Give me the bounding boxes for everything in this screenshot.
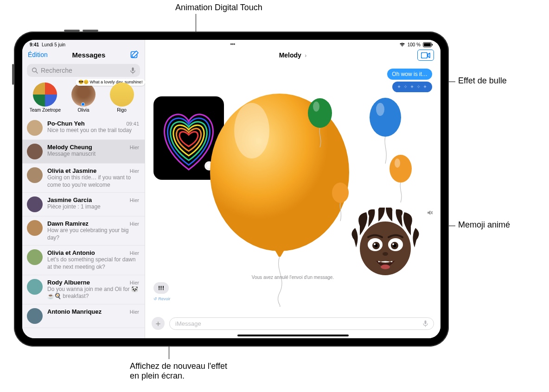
battery-icon <box>423 42 433 47</box>
svg-point-29 <box>383 252 388 256</box>
search-icon <box>32 67 38 74</box>
facetime-button[interactable] <box>417 50 434 61</box>
pinned-label: Team Zoetrope <box>30 107 61 113</box>
avatar <box>27 167 43 183</box>
apps-plus-button[interactable]: ＋ <box>152 317 165 330</box>
contact-name[interactable]: Melody <box>279 51 301 59</box>
svg-point-12 <box>234 103 269 158</box>
status-bar: 9:41 Lundi 5 juin • • • 100 % <box>22 40 440 48</box>
convo-time: Hier <box>130 168 139 174</box>
pinned-conversations: Team Zoetrope 😎😊 What a lovely day, suns… <box>22 81 145 116</box>
convo-preview: Nice to meet you on the trail today <box>47 127 139 134</box>
volume-button <box>83 30 98 32</box>
conversation-item[interactable]: Antonio ManriquezHier <box>22 304 145 328</box>
conversation-item[interactable]: Po-Chun Yeh09:41 Nice to meet you on the… <box>22 116 145 140</box>
convo-preview: Message manuscrit <box>47 151 139 158</box>
chat-area[interactable]: Oh wow is it… ✦ ✧ ✦ ✧ ✦ <box>145 61 440 313</box>
dictation-icon[interactable] <box>130 67 135 74</box>
tapback-message[interactable]: !!! <box>153 282 169 294</box>
mute-icon[interactable] <box>427 209 433 216</box>
conversation-pane: Melody › Oh wow is it… ✦ ✧ ✦ ✧ ✦ <box>145 40 440 338</box>
convo-time: 09:41 <box>126 121 139 126</box>
avatar <box>27 120 43 136</box>
svg-point-17 <box>389 155 412 183</box>
convo-time: Hier <box>130 221 139 227</box>
callout-bubble-effect: Effet de bulle <box>458 76 507 86</box>
convo-name: Olivia et Jasmine <box>47 167 96 174</box>
multitask-indicator[interactable]: • • • <box>230 41 234 48</box>
balloon-effect <box>306 96 334 152</box>
avatar <box>27 279 43 295</box>
avatar <box>27 220 43 236</box>
sidebar-title: Messages <box>48 51 130 59</box>
convo-time: Hier <box>130 145 139 150</box>
avatar <box>27 308 43 324</box>
convo-name: Rody Albuerne <box>47 279 90 286</box>
dictation-icon[interactable] <box>423 320 428 327</box>
ipad-screen: 9:41 Lundi 5 juin • • • 100 % Édition Me… <box>22 40 440 338</box>
compose-button[interactable] <box>130 50 139 59</box>
avatar <box>27 144 43 159</box>
svg-point-18 <box>395 158 400 168</box>
home-indicator[interactable] <box>237 335 349 336</box>
wifi-icon <box>399 42 405 47</box>
svg-rect-2 <box>432 44 433 45</box>
battery-label: 100 % <box>408 42 421 47</box>
chevron-right-icon: › <box>305 52 306 59</box>
svg-point-14 <box>313 101 319 112</box>
conversation-item[interactable]: Melody CheungHier Message manuscrit <box>22 140 145 164</box>
svg-point-13 <box>308 98 332 128</box>
balloon-effect <box>388 154 414 205</box>
outgoing-bubble-effect[interactable]: ✦ ✧ ✦ ✧ ✦ <box>392 82 432 92</box>
svg-line-5 <box>36 72 38 74</box>
convo-preview: Let's do something special for dawn at t… <box>47 256 139 271</box>
convo-time: Hier <box>130 309 139 315</box>
conversation-list[interactable]: Po-Chun Yeh09:41 Nice to meet you on the… <box>22 116 145 338</box>
animated-memoji[interactable] <box>346 208 425 277</box>
callout-replay: Affichez de nouveau l'effet en plein écr… <box>130 361 227 381</box>
ipad-device-frame: 9:41 Lundi 5 juin • • • 100 % Édition Me… <box>14 32 449 347</box>
svg-point-16 <box>376 103 384 116</box>
convo-time: Hier <box>130 197 139 203</box>
edit-button[interactable]: Édition <box>28 51 48 58</box>
convo-name: Dawn Ramirez <box>47 220 89 227</box>
svg-point-19 <box>332 183 349 203</box>
svg-point-15 <box>370 98 401 137</box>
svg-rect-8 <box>421 52 428 58</box>
pinned-item[interactable]: Rigo <box>106 82 138 113</box>
replay-effect-button[interactable]: ↺ Revoir <box>153 297 171 301</box>
pinned-item[interactable]: 😎😊 What a lovely day, sunshine! Olivia <box>67 82 100 113</box>
conversation-item[interactable]: Olivia et AntonioHier Let's do something… <box>22 246 145 275</box>
message-input[interactable]: iMessage <box>169 317 434 330</box>
svg-point-25 <box>374 243 376 245</box>
convo-name: Melody Cheung <box>47 144 92 151</box>
avatar <box>27 249 43 265</box>
convo-name: Olivia et Antonio <box>47 249 95 256</box>
status-time: 9:41 <box>30 42 39 47</box>
callout-memoji: Memoji animé <box>458 220 510 230</box>
conversation-item[interactable]: Rody AlbuerneHier Do you wanna join me a… <box>22 275 145 304</box>
convo-preview: Do you wanna join me and Oli for 🐼☕🍳 bre… <box>47 286 139 300</box>
svg-point-30 <box>381 265 390 269</box>
outgoing-bubble[interactable]: Oh wow is it… <box>387 69 432 80</box>
svg-point-28 <box>392 243 394 245</box>
conversation-item[interactable]: Dawn RamirezHier How are you celebrating… <box>22 216 145 246</box>
search-input[interactable]: Recherche <box>27 64 140 77</box>
svg-rect-33 <box>425 320 427 324</box>
pinned-item[interactable]: Team Zoetrope <box>29 82 61 113</box>
convo-time: Hier <box>130 250 139 256</box>
avatar <box>27 196 43 212</box>
convo-name: Po-Chun Yeh <box>47 120 85 127</box>
conversation-item[interactable]: Olivia et JasmineHier Going on this ride… <box>22 164 145 193</box>
svg-rect-1 <box>424 43 431 46</box>
svg-rect-6 <box>132 67 134 71</box>
convo-preview: Going on this ride… if you want to come … <box>47 174 139 189</box>
pinned-label: Olivia <box>77 107 89 113</box>
convo-name: Antonio Manriquez <box>47 308 102 315</box>
unsend-status: Vous avez annulé l'envoi d'un message. <box>252 275 334 280</box>
callout-digital-touch: Animation Digital Touch <box>175 3 262 13</box>
conversation-item[interactable]: Jasmine GarciaHier Pièce jointe : 1 imag… <box>22 193 145 216</box>
convo-name: Jasmine Garcia <box>47 196 92 203</box>
convo-time: Hier <box>130 280 139 285</box>
status-date: Lundi 5 juin <box>42 42 65 47</box>
